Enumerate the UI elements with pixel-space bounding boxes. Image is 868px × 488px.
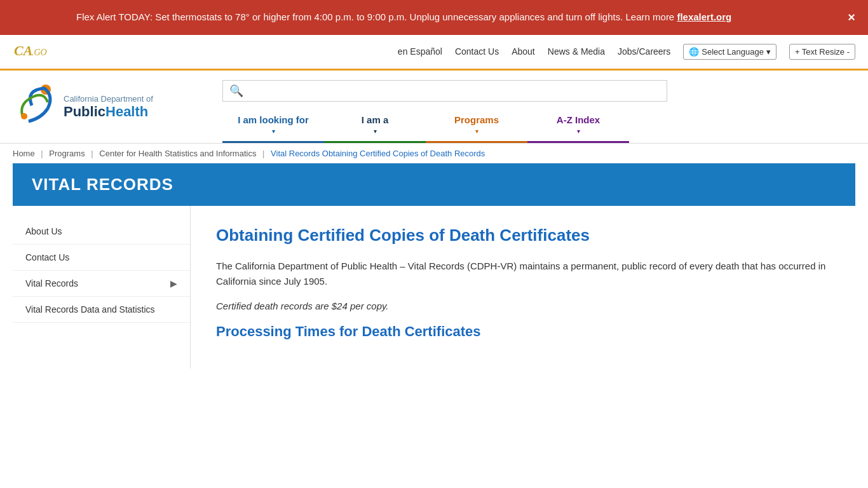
nav-label-looking-for: I am looking for: [238, 114, 309, 125]
lang-chevron-icon: ▾: [766, 47, 771, 57]
svg-point-3: [21, 113, 27, 119]
nav-chevron-looking-for: ▾: [272, 128, 275, 135]
breadcrumb-current: Vital Records Obtaining Certified Copies…: [271, 149, 485, 158]
sidebar-item-about-us[interactable]: About Us: [13, 219, 190, 245]
language-select[interactable]: 🌐 Select Language ▾: [683, 44, 776, 60]
search-input[interactable]: [243, 85, 660, 96]
nav-area: 🔍 I am looking for ▾ I am a ▾ Programs ▾…: [222, 77, 855, 143]
about-link[interactable]: About: [512, 46, 535, 57]
content-cost-text: Certified death records are $24 per copy…: [216, 301, 389, 311]
search-bar: 🔍: [222, 80, 667, 102]
ca-gov-logo[interactable]: CA .GOV: [13, 41, 48, 62]
nav-label-i-am-a: I am a: [362, 114, 389, 125]
text-resize-control[interactable]: + Text Resize -: [789, 44, 855, 60]
logo-health: Health: [105, 104, 148, 119]
alert-message: Flex Alert TODAY: Set thermostats to 78°…: [76, 11, 674, 22]
search-button[interactable]: 🔍: [229, 84, 243, 98]
globe-icon: 🌐: [689, 47, 699, 57]
sidebar-item-contact-us[interactable]: Contact Us: [13, 245, 190, 271]
sidebar: About Us Contact Us Vital Records ▶ Vita…: [13, 206, 191, 369]
logo-text: California Department of PublicHealth: [64, 94, 153, 119]
sidebar-item-vital-records-label: Vital Records: [25, 278, 78, 288]
content-paragraph2: Certified death records are $24 per copy…: [216, 299, 830, 314]
content-paragraph1: The California Department of Public Heal…: [216, 259, 830, 289]
logo-main-text: PublicHealth: [64, 104, 153, 119]
breadcrumb-center[interactable]: Center for Health Statistics and Informa…: [99, 149, 256, 158]
top-nav-links: en Español Contact Us About News & Media…: [398, 44, 855, 60]
breadcrumb-sep1: |: [41, 149, 43, 158]
sidebar-item-vital-records[interactable]: Vital Records ▶: [13, 271, 190, 297]
sidebar-item-contact-us-label: Contact Us: [25, 252, 69, 262]
nav-chevron-programs: ▾: [475, 128, 478, 135]
main-header: California Department of PublicHealth 🔍 …: [0, 71, 868, 144]
nav-chevron-i-am-a: ▾: [374, 128, 377, 135]
alert-link[interactable]: flexalert.org: [677, 11, 731, 22]
svg-text:.GOV: .GOV: [32, 48, 48, 57]
news-media-link[interactable]: News & Media: [548, 46, 605, 57]
sidebar-arrow-icon: ▶: [170, 278, 177, 288]
nav-label-programs: Programs: [454, 114, 499, 125]
alert-text: Flex Alert TODAY: Set thermostats to 78°…: [76, 11, 731, 22]
svg-text:CA: CA: [14, 43, 32, 58]
content-layout: About Us Contact Us Vital Records ▶ Vita…: [13, 206, 855, 369]
jobs-careers-link[interactable]: Jobs/Careers: [618, 46, 670, 57]
logo-line1: California Department of: [64, 94, 153, 104]
logo-public: Public: [64, 104, 105, 119]
nav-label-az-index: A-Z Index: [557, 114, 600, 125]
nav-item-looking-for[interactable]: I am looking for ▾: [222, 108, 324, 143]
main-content: Obtaining Certified Copies of Death Cert…: [191, 206, 855, 369]
contact-us-link[interactable]: Contact Us: [455, 46, 499, 57]
sidebar-item-vital-records-data[interactable]: Vital Records Data and Statistics: [13, 297, 190, 323]
nav-item-programs[interactable]: Programs ▾: [426, 108, 527, 143]
breadcrumb: Home | Programs | Center for Health Stat…: [0, 144, 868, 163]
breadcrumb-sep3: |: [262, 149, 264, 158]
nav-item-i-am-a[interactable]: I am a ▾: [324, 108, 426, 143]
alert-banner: Flex Alert TODAY: Set thermostats to 78°…: [0, 0, 868, 35]
page-title: VITAL RECORDS: [32, 175, 836, 194]
content-heading2: Processing Times for Death Certificates: [216, 323, 830, 340]
content-heading: Obtaining Certified Copies of Death Cert…: [216, 225, 830, 247]
sidebar-item-about-us-label: About Us: [25, 226, 62, 236]
breadcrumb-home[interactable]: Home: [13, 149, 35, 158]
breadcrumb-programs[interactable]: Programs: [49, 149, 85, 158]
alert-close-button[interactable]: ×: [848, 10, 855, 25]
nav-chevron-az-index: ▾: [577, 128, 580, 135]
sidebar-item-vital-records-data-label: Vital Records Data and Statistics: [25, 304, 155, 315]
page-banner: VITAL RECORDS: [13, 163, 855, 206]
nav-item-az-index[interactable]: A-Z Index ▾: [527, 108, 629, 143]
breadcrumb-sep2: |: [91, 149, 93, 158]
cdph-logo[interactable]: California Department of PublicHealth: [13, 77, 203, 137]
main-nav: I am looking for ▾ I am a ▾ Programs ▾ A…: [222, 108, 855, 143]
espanol-link[interactable]: en Español: [398, 46, 442, 57]
language-select-label: Select Language: [702, 47, 764, 57]
top-nav: CA .GOV en Español Contact Us About News…: [0, 35, 868, 71]
